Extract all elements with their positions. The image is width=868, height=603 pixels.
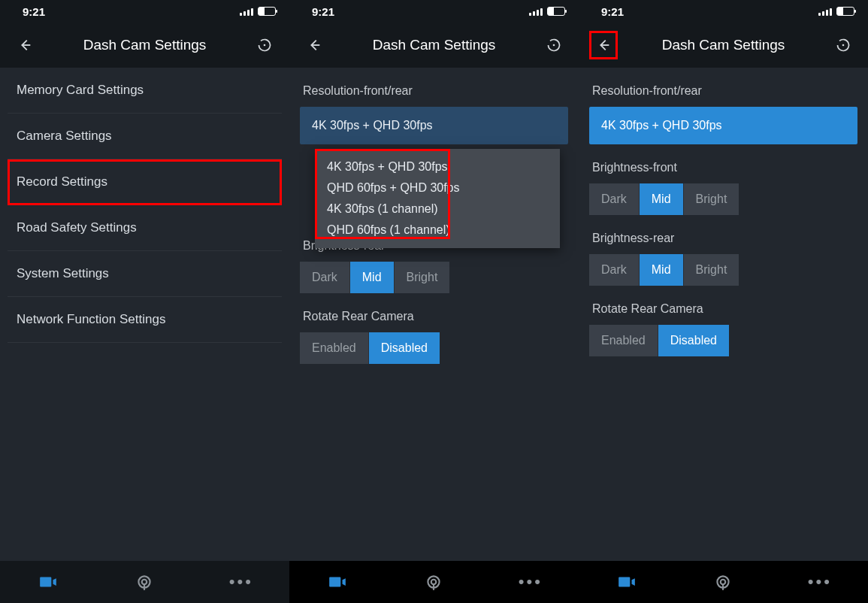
svg-point-1 xyxy=(142,580,147,585)
status-time: 9:21 xyxy=(601,5,624,18)
rotate-label: Rotate Rear Camera xyxy=(289,293,579,332)
rotate-group: Enabled Disabled xyxy=(300,332,568,364)
content-area: Resolution-front/rear 4K 30fps + QHD 30f… xyxy=(579,68,868,561)
settings-item-memory-card[interactable]: Memory Card Settings xyxy=(8,68,282,114)
resolution-option-1[interactable]: QHD 60fps + QHD 30fps xyxy=(315,177,560,198)
settings-item-system[interactable]: System Settings xyxy=(8,251,282,297)
svg-point-4 xyxy=(431,580,437,585)
rotate-disabled[interactable]: Disabled xyxy=(658,325,729,356)
settings-list: Memory Card Settings Camera Settings Rec… xyxy=(0,68,289,343)
nav-header: Dash Cam Settings xyxy=(289,23,579,68)
resolution-dropdown: 4K 30fps + QHD 30fps QHD 60fps + QHD 30f… xyxy=(315,149,560,248)
resolution-select[interactable]: 4K 30fps + QHD 30fps xyxy=(300,107,568,144)
brightness-front-mid[interactable]: Mid xyxy=(640,183,684,215)
signal-icon xyxy=(240,7,253,16)
resolution-label: Resolution-front/rear xyxy=(579,68,868,107)
brightness-rear-mid[interactable]: Mid xyxy=(350,262,395,293)
nav-header: Dash Cam Settings xyxy=(0,23,289,68)
back-button[interactable] xyxy=(589,31,618,59)
tab-bar: ••• xyxy=(0,561,289,603)
signal-icon xyxy=(818,7,832,16)
svg-point-3 xyxy=(553,44,555,47)
nav-header: Dash Cam Settings xyxy=(579,23,868,68)
status-bar: 9:21 xyxy=(289,0,579,23)
back-button[interactable] xyxy=(11,31,39,59)
battery-icon xyxy=(836,7,854,16)
tab-camera[interactable] xyxy=(0,561,96,603)
tab-more[interactable]: ••• xyxy=(193,561,289,603)
brightness-rear-dark[interactable]: Dark xyxy=(589,254,640,286)
page-title: Dash Cam Settings xyxy=(618,37,829,53)
rotate-label: Rotate Rear Camera xyxy=(579,286,868,325)
brightness-rear-group: Dark Mid Bright xyxy=(300,262,568,293)
brightness-rear-mid[interactable]: Mid xyxy=(640,254,684,286)
signal-icon xyxy=(529,7,543,16)
settings-item-record[interactable]: Record Settings xyxy=(8,159,282,205)
reset-button[interactable] xyxy=(540,31,568,59)
brightness-rear-bright[interactable]: Bright xyxy=(395,262,450,293)
tab-broadcast[interactable] xyxy=(96,561,192,603)
tab-broadcast[interactable] xyxy=(386,561,482,603)
rotate-disabled[interactable]: Disabled xyxy=(369,332,440,364)
rotate-group: Enabled Disabled xyxy=(589,325,857,356)
status-right xyxy=(818,7,854,16)
resolution-select[interactable]: 4K 30fps + QHD 30fps xyxy=(589,107,857,144)
brightness-front-dark[interactable]: Dark xyxy=(589,183,640,215)
brightness-rear-dark[interactable]: Dark xyxy=(300,262,350,293)
resolution-label: Resolution-front/rear xyxy=(289,68,579,107)
status-time: 9:21 xyxy=(23,5,45,18)
svg-point-6 xyxy=(842,44,845,47)
screen-record-selected: 9:21 Dash Cam Settings Resolution-front/… xyxy=(579,0,868,603)
more-icon: ••• xyxy=(808,572,832,592)
tab-bar: ••• xyxy=(289,561,579,603)
status-right xyxy=(240,7,276,16)
status-right xyxy=(529,7,565,16)
resolution-option-0[interactable]: 4K 30fps + QHD 30fps xyxy=(315,156,560,177)
svg-point-7 xyxy=(721,580,726,585)
more-icon: ••• xyxy=(519,572,543,592)
settings-item-road-safety[interactable]: Road Safety Settings xyxy=(8,205,282,251)
tab-more[interactable]: ••• xyxy=(482,561,579,603)
battery-icon xyxy=(258,7,276,16)
tab-camera[interactable] xyxy=(579,561,675,603)
brightness-front-label: Brightness-front xyxy=(579,144,868,183)
settings-item-network[interactable]: Network Function Settings xyxy=(8,297,282,343)
battery-icon xyxy=(547,7,565,16)
reset-button[interactable] xyxy=(829,31,857,59)
tab-more[interactable]: ••• xyxy=(772,561,868,603)
tab-broadcast[interactable] xyxy=(675,561,771,603)
content-area: Resolution-front/rear 4K 30fps + QHD 30f… xyxy=(289,68,579,561)
status-bar: 9:21 xyxy=(0,0,289,23)
tab-camera[interactable] xyxy=(289,561,386,603)
brightness-front-group: Dark Mid Bright xyxy=(589,183,857,215)
brightness-rear-bright[interactable]: Bright xyxy=(684,254,739,286)
brightness-front-bright[interactable]: Bright xyxy=(684,183,739,215)
back-button[interactable] xyxy=(300,31,328,59)
svg-point-0 xyxy=(264,44,266,47)
reset-button[interactable] xyxy=(250,31,279,59)
page-title: Dash Cam Settings xyxy=(328,37,540,53)
brightness-rear-group: Dark Mid Bright xyxy=(589,254,857,286)
status-time: 9:21 xyxy=(312,5,334,18)
settings-item-camera[interactable]: Camera Settings xyxy=(8,114,282,159)
rotate-enabled[interactable]: Enabled xyxy=(300,332,369,364)
page-title: Dash Cam Settings xyxy=(39,37,250,53)
resolution-option-3[interactable]: QHD 60fps (1 channel) xyxy=(315,220,560,241)
rotate-enabled[interactable]: Enabled xyxy=(589,325,658,356)
screen-settings-list: 9:21 Dash Cam Settings Memory Card Setti… xyxy=(0,0,289,603)
brightness-rear-label: Brightness-rear xyxy=(579,215,868,254)
status-bar: 9:21 xyxy=(579,0,868,23)
screen-record-dropdown: 9:21 Dash Cam Settings Resolution-front/… xyxy=(289,0,579,603)
content-area: Memory Card Settings Camera Settings Rec… xyxy=(0,68,289,561)
tab-bar: ••• xyxy=(579,561,868,603)
resolution-option-2[interactable]: 4K 30fps (1 channel) xyxy=(315,198,560,220)
more-icon: ••• xyxy=(229,572,253,592)
